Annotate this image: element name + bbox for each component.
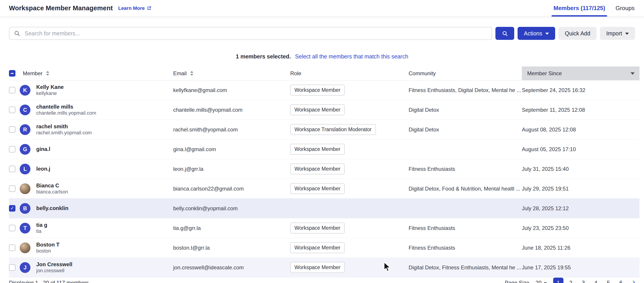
table-footer: Displaying 1 - 20 of 117 members Page Si…	[0, 278, 644, 283]
sort-desc-caret-icon	[630, 72, 634, 75]
page-title: Workspace Member Management	[9, 5, 113, 12]
page-button-4[interactable]: 4	[591, 278, 601, 283]
external-link-icon	[147, 6, 152, 11]
learn-more-link[interactable]: Learn More	[118, 5, 152, 11]
member-email: jon.cresswell@ideascale.com	[173, 264, 290, 271]
row-checkbox[interactable]	[9, 166, 16, 172]
table-row[interactable]: C chantelle mills chantelle.mills.yopmai…	[9, 100, 640, 120]
member-email: kellyfkane@gmail.com	[173, 87, 290, 93]
table-row[interactable]: Boston T boston boston.t@grr.la Workspac…	[9, 238, 640, 258]
member-community: Digital Detox	[408, 127, 522, 133]
member-name: gina.l	[36, 146, 50, 152]
member-since: July 23, 2025 23:50	[522, 225, 640, 231]
member-username: kellykane	[36, 90, 64, 97]
role-chip: Workspace Member	[290, 183, 344, 194]
search-icon	[14, 30, 20, 37]
row-checkbox[interactable]	[9, 244, 16, 251]
member-since: August 05, 2025 17:10	[522, 146, 640, 152]
avatar: L	[20, 164, 30, 174]
row-checkbox[interactable]	[9, 107, 16, 113]
member-name: Bianca C	[36, 182, 68, 189]
sort-icon	[46, 71, 49, 76]
page-button-6[interactable]: 6	[616, 278, 626, 283]
tab-groups[interactable]: Groups	[616, 0, 634, 17]
member-email: rachel.smith@yopmail.com	[173, 127, 290, 133]
row-checkbox[interactable]	[9, 225, 16, 231]
table-row[interactable]: Bianca C bianca.carlson bianca.carlson22…	[9, 179, 640, 199]
page-button-5[interactable]: 5	[603, 278, 614, 283]
table-row[interactable]: J Jon Cresswell jon.cresswell jon.cressw…	[9, 258, 640, 277]
member-since: July 29, 2025 19:51	[522, 186, 640, 192]
member-username: jon.cresswell	[36, 267, 72, 274]
row-checkbox[interactable]	[9, 87, 16, 93]
column-header-email[interactable]: Email	[173, 70, 290, 77]
member-email: leon.j@grr.la	[173, 166, 290, 172]
member-since: June 18, 2025 11:26	[522, 245, 640, 251]
table-row[interactable]: R rachel smith rachel.smith.yopmail.com …	[9, 120, 640, 139]
avatar: T	[20, 223, 30, 233]
role-chip: Workspace Member	[290, 262, 344, 273]
member-name: chantelle mills	[36, 104, 96, 110]
row-checkbox[interactable]	[9, 146, 16, 152]
member-name: Kelly Kane	[36, 84, 64, 90]
import-button[interactable]: Import	[600, 27, 635, 40]
column-header-role: Role	[290, 70, 408, 77]
role-chip: Workspace Member	[290, 222, 344, 233]
row-checkbox[interactable]	[9, 264, 16, 271]
caret-down-icon	[625, 33, 629, 35]
sort-icon	[190, 71, 193, 76]
member-email: chantelle.mills@yopmail.com	[173, 107, 290, 113]
member-name: tia g	[36, 222, 47, 228]
table-row[interactable]: T tia g tia tia.g@grr.la Workspace Membe…	[9, 218, 640, 238]
top-header: Workspace Member Management Learn More M…	[0, 0, 644, 17]
table-row[interactable]: B belly.conklin belly.conklin@yopmail.co…	[9, 199, 640, 218]
member-community: Digital Detox	[408, 107, 522, 113]
member-username: rachel.smith.yopmail.com	[36, 130, 92, 136]
actions-button[interactable]: Actions	[518, 27, 555, 40]
search-button-icon	[502, 31, 508, 37]
avatar: C	[20, 105, 30, 115]
page-button-2[interactable]: 2	[566, 278, 576, 283]
member-since: September 24, 2025 16:32	[522, 87, 640, 93]
column-header-member[interactable]: Member	[20, 70, 173, 77]
select-all-checkbox[interactable]	[9, 70, 16, 77]
search-button[interactable]	[496, 27, 514, 40]
member-email: tia.g@grr.la	[173, 225, 290, 231]
displaying-count-text: Displaying 1 - 20 of 117 members	[9, 280, 89, 283]
member-email: gina.l@gmail.com	[173, 146, 290, 152]
member-since: July 28, 2025 12:12	[522, 205, 640, 212]
page-button-3[interactable]: 3	[578, 278, 588, 283]
member-since: August 08, 2025 12:08	[522, 127, 640, 133]
search-input[interactable]	[9, 27, 492, 40]
member-since: September 11, 2025 12:08	[522, 107, 640, 113]
member-since: July 31, 2025 15:40	[522, 166, 640, 172]
page-size-select[interactable]: 20	[536, 280, 547, 283]
pagination: Page Size 20 123456 ›	[505, 278, 635, 283]
selection-bar: 1 members selected. Select all the membe…	[0, 53, 644, 60]
avatar: R	[20, 124, 30, 135]
member-community: Fitness Enthusiasts, Digital Detox, Ment…	[408, 87, 522, 93]
row-checkbox[interactable]	[9, 126, 16, 133]
quick-add-button[interactable]: Quick Add	[558, 27, 596, 40]
role-chip: Workspace Member	[290, 104, 344, 115]
next-page-button[interactable]: ›	[632, 278, 635, 283]
tab-members[interactable]: Members (117/125)	[553, 0, 605, 17]
table-row[interactable]: L leon.j leon.j@grr.la Workspace Member …	[9, 159, 640, 179]
member-community: Fitness Enthusiasts	[408, 225, 522, 231]
learn-more-label: Learn More	[118, 5, 145, 11]
table-header-row: Member Email Role Community Member Since	[9, 67, 640, 80]
page-button-1[interactable]: 1	[553, 278, 564, 283]
table-row[interactable]: K Kelly Kane kellykane kellyfkane@gmail.…	[9, 80, 640, 100]
row-checkbox[interactable]	[9, 205, 16, 212]
avatar: B	[20, 203, 30, 214]
member-community: Fitness Enthusiasts	[408, 245, 522, 251]
role-chip: Workspace Member	[290, 242, 344, 253]
actions-button-label: Actions	[524, 30, 542, 37]
table-row[interactable]: G gina.l gina.l@gmail.com Workspace Memb…	[9, 139, 640, 159]
column-header-member-since[interactable]: Member Since	[522, 67, 640, 80]
avatar: J	[20, 262, 30, 273]
select-all-matching-link[interactable]: Select all the members that match this s…	[295, 53, 408, 60]
member-since: June 17, 2025 19:55	[522, 264, 640, 271]
role-chip: Workspace Translation Moderator	[290, 124, 376, 135]
row-checkbox[interactable]	[9, 185, 16, 192]
